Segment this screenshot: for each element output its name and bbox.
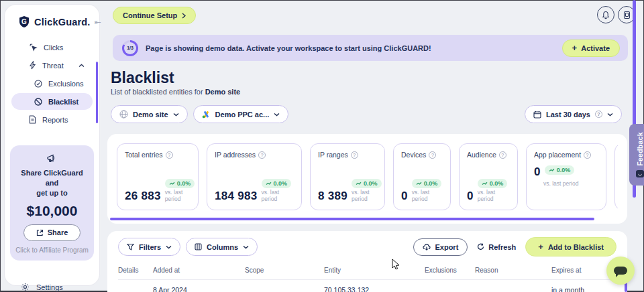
stat-value: 184 983 [215,190,258,203]
stat-caption: vs. last period [412,189,440,203]
date-range-selector[interactable]: Last 30 days ? [525,105,622,123]
sidebar-item-exclusions[interactable]: Exclusions [11,75,93,92]
setup-progress-ring: 1/3 [122,40,138,56]
sidebar-item-reports[interactable]: Reports [11,111,93,128]
export-button[interactable]: Export [413,238,468,256]
column-header-scope[interactable]: Scope [245,267,324,274]
help-icon[interactable]: ? [429,151,436,159]
plus-icon: + [538,242,543,251]
table-row[interactable]: 8 Apr 2024 70.105.33.132 in a month [118,280,616,292]
sidebar-item-label: Clicks [44,44,63,52]
setup-progress-step: 1/3 [124,42,136,54]
chat-widget-button[interactable] [606,257,635,285]
column-header-added-at[interactable]: Added at [153,267,245,274]
help-icon[interactable]: ? [351,151,358,159]
stat-value: 8 389 [318,190,347,203]
stat-card-ip-addresses: IP addresses? 184 983 0.0% vs. last peri… [207,143,302,210]
globe-icon [119,110,128,119]
share-button[interactable]: Share [23,224,81,241]
notifications-button[interactable] [597,6,614,23]
stat-title: Audience [467,151,496,159]
sidebar-item-settings[interactable]: Settings [5,279,99,292]
continue-setup-label: Continue Setup [123,11,177,19]
column-header-details[interactable]: Details [118,267,153,274]
plus-icon: + [572,44,578,52]
stat-card-domain-placement: Domain placement? 0 0.0% vs. last period [614,143,618,210]
columns-button[interactable]: Columns [186,238,258,256]
site-selector-value: Demo site [133,111,168,119]
check-circle-icon [34,80,42,88]
stat-change: 0.0% [364,180,378,187]
cell-expires-at: in a month [551,286,616,292]
stat-change: 0.0% [490,180,504,187]
filters-button[interactable]: Filters [118,238,180,256]
page-subtitle-prefix: List of blacklisted entities for [111,88,205,96]
megaphone-icon [15,153,89,163]
help-icon[interactable]: ? [584,151,591,159]
document-icon [29,115,36,124]
chevron-down-icon [274,113,280,117]
cell-added-at: 8 Apr 2024 [153,286,245,292]
sidebar-item-label: Exclusions [48,80,84,88]
feedback-label: Feedback [636,132,644,166]
stat-caption: vs. last period [478,189,506,203]
stat-value: 26 883 [125,190,161,203]
column-header-reason[interactable]: Reason [475,267,551,274]
activate-button[interactable]: + Activate [562,40,620,57]
trend-badge: 0.0% [262,179,292,188]
download-cloud-icon [423,243,431,251]
refresh-button[interactable]: Refresh [473,243,520,251]
bell-icon [602,11,610,19]
feedback-tab[interactable]: Feedback [629,124,644,186]
stats-panel: Total entries? 26 883 0.0% vs. last peri… [107,134,627,224]
topbar-icons [597,6,635,23]
help-icon[interactable]: ? [258,151,266,159]
trend-up-icon [482,181,488,186]
sidebar-nav: Clicks Threat Exclusions Blacklist [5,39,99,128]
affiliate-promo-card[interactable]: Share ClickGuard and get up to $10,000 S… [10,145,94,261]
refresh-icon [477,243,484,250]
ppc-account-selector[interactable]: Demo PPC ac... [193,105,289,123]
table-toolbar: Filters Columns Export Refresh + Add to … [118,237,616,257]
lightning-icon [29,61,36,70]
clickguard-shield-logo-icon: G [18,15,30,28]
date-range-value: Last 30 days [546,111,590,119]
sidebar-item-clicks[interactable]: Clicks [11,39,93,56]
gear-icon [21,283,30,291]
sidebar-collapse-icon[interactable]: ⇤ [95,17,101,27]
stat-value: 0 [467,190,474,203]
sidebar-item-blacklist[interactable]: Blacklist [11,93,93,110]
stat-caption: vs. last period [352,189,380,203]
stat-change: 0.0% [424,180,438,187]
continue-setup-button[interactable]: Continue Setup [113,7,196,24]
banner-message: Page is showing demo data. Activate your… [146,44,562,52]
chevron-down-icon [173,113,179,117]
stat-value: 0 [401,190,408,203]
stat-change: 0.0% [177,180,191,187]
stat-caption: vs. last period [165,189,193,203]
column-header-entity[interactable]: Entity [324,267,425,274]
chat-bubble-icon [614,267,627,275]
trend-up-icon [356,181,362,186]
column-header-exclusions[interactable]: Exclusions [425,267,475,274]
stat-title: Devices [401,151,426,159]
help-icon[interactable]: ? [166,151,173,159]
sidebar-item-threat[interactable]: Threat [11,57,93,74]
sidebar-item-label: Threat [42,62,64,70]
filters-button-label: Filters [139,243,161,251]
help-icon[interactable]: ? [499,151,506,159]
table-header-row: Details Added at Scope Entity Exclusions… [118,267,616,280]
sidebar-scrollbar[interactable] [96,62,98,123]
ppc-account-value: Demo PPC ac... [215,111,270,119]
stat-card-ip-ranges: IP ranges? 8 389 0.0% vs. last period [310,143,385,210]
settings-label: Settings [36,283,63,291]
site-selector[interactable]: Demo site [111,105,188,123]
columns-icon [195,243,202,250]
add-to-blacklist-button[interactable]: + Add to Blacklist [525,237,616,257]
stats-horizontal-scrollbar[interactable] [110,218,594,220]
stat-card-devices: Devices? 0 0.0% vs. last period [393,143,451,210]
block-circle-icon [34,98,42,106]
external-link-icon [36,229,44,236]
blacklist-table-panel: Filters Columns Export Refresh + Add to … [107,231,627,292]
click-cursor-icon [29,43,38,52]
